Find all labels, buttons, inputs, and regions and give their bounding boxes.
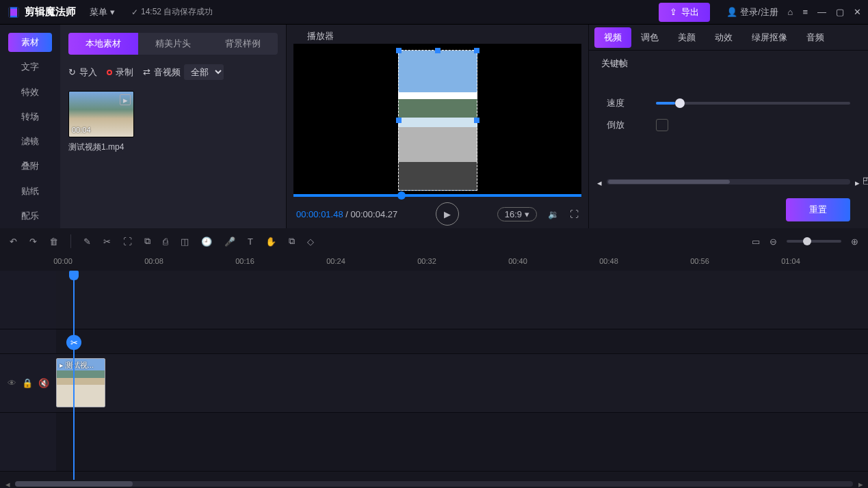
tab-local[interactable]: 本地素材 bbox=[68, 33, 138, 55]
mic-icon[interactable]: 🎤 bbox=[224, 236, 235, 247]
zoom-out-icon[interactable]: ⊖ bbox=[770, 236, 777, 247]
resize-handle[interactable] bbox=[474, 118, 479, 123]
export-button[interactable]: ⇪ 导出 bbox=[659, 3, 710, 22]
timeline-clip[interactable]: ▸ 测试视... bbox=[56, 358, 105, 407]
volume-icon[interactable]: 🔉 bbox=[548, 209, 559, 219]
hand-icon[interactable]: ✋ bbox=[265, 236, 276, 247]
cut-icon[interactable]: ✂ bbox=[103, 236, 111, 247]
tab-beauty[interactable]: 美颜 bbox=[668, 27, 705, 48]
nav-effects[interactable]: 特效 bbox=[8, 83, 52, 102]
nav-overlay[interactable]: 叠附 bbox=[8, 157, 52, 176]
cut-marker[interactable]: ✂ bbox=[66, 335, 81, 350]
clock-icon[interactable]: 🕘 bbox=[201, 236, 212, 247]
player-scrubber[interactable] bbox=[293, 194, 581, 197]
tab-motion[interactable]: 动效 bbox=[705, 27, 742, 48]
reset-button[interactable]: 重置 bbox=[786, 198, 850, 221]
reverse-checkbox[interactable] bbox=[656, 119, 668, 131]
track-lane[interactable] bbox=[56, 413, 868, 471]
tab-video[interactable]: 视频 bbox=[594, 27, 631, 48]
tab-audio[interactable]: 音频 bbox=[797, 27, 834, 48]
scroll-left-icon[interactable]: ◂ bbox=[597, 178, 602, 188]
track-lane[interactable] bbox=[56, 271, 868, 329]
minimize-icon[interactable]: — bbox=[817, 7, 826, 17]
record-button[interactable]: 录制 bbox=[107, 66, 133, 79]
media-item[interactable]: ▸ 00:04 测试视频1.mp4 bbox=[68, 91, 134, 153]
resize-handle[interactable] bbox=[396, 48, 402, 53]
text-icon[interactable]: T bbox=[248, 236, 253, 247]
track-row bbox=[0, 413, 868, 472]
import-button[interactable]: ↻ 导入 bbox=[68, 66, 97, 79]
playhead-handle[interactable] bbox=[69, 271, 79, 280]
ruler-tick: 00:08 bbox=[133, 257, 174, 265]
timeline-body[interactable]: ✂ 👁 🔒 🔇 ▸ 测试 bbox=[0, 271, 868, 480]
copy-icon[interactable]: ⧉ bbox=[289, 236, 295, 247]
crop-icon[interactable]: ◰ bbox=[863, 175, 868, 185]
scrollbar-thumb[interactable] bbox=[608, 180, 730, 184]
home-icon[interactable]: ⌂ bbox=[788, 7, 793, 17]
nav-transition[interactable]: 转场 bbox=[8, 107, 52, 126]
clip-icon: ▸ bbox=[60, 361, 64, 370]
login-button[interactable]: 👤 登录/注册 bbox=[726, 6, 778, 18]
scroll-right-icon[interactable]: ▸ bbox=[855, 178, 860, 188]
speed-slider[interactable] bbox=[656, 102, 850, 105]
playhead-line[interactable] bbox=[73, 271, 75, 480]
play-button[interactable]: ▶ bbox=[436, 202, 459, 226]
filter-select[interactable]: 全部 bbox=[184, 64, 224, 80]
player-frame[interactable] bbox=[398, 50, 477, 191]
fullscreen-icon[interactable]: ⛶ bbox=[570, 209, 579, 219]
zoom-in-icon[interactable]: ⊕ bbox=[851, 236, 858, 247]
edit-icon[interactable]: ✎ bbox=[83, 236, 91, 247]
aspect-ratio-select[interactable]: 16:9 ▾ bbox=[497, 207, 537, 221]
maximize-icon[interactable]: ▢ bbox=[836, 7, 844, 17]
scrollbar-track[interactable] bbox=[15, 481, 853, 487]
crop-icon[interactable]: ⛶ bbox=[123, 236, 132, 247]
tab-label: 精美片头 bbox=[155, 38, 191, 50]
snapshot-icon[interactable]: ⎙ bbox=[163, 236, 168, 247]
nav-sticker[interactable]: 贴纸 bbox=[8, 182, 52, 201]
nav-filter[interactable]: 滤镜 bbox=[8, 132, 52, 151]
stats-icon[interactable]: ◫ bbox=[181, 236, 189, 247]
mute-icon[interactable]: 🔇 bbox=[38, 378, 49, 388]
av-filter-dropdown[interactable]: ⇄ 音视频 全部 bbox=[143, 64, 224, 80]
nav-material[interactable]: 素材 bbox=[8, 33, 52, 52]
track-lane[interactable]: ▸ 测试视... bbox=[56, 354, 868, 412]
tab-color[interactable]: 调色 bbox=[631, 27, 668, 48]
track-lane[interactable] bbox=[56, 329, 868, 353]
login-label: 登录/注册 bbox=[740, 6, 778, 18]
redo-icon[interactable]: ↷ bbox=[29, 236, 37, 247]
split-icon[interactable]: ⧉ bbox=[144, 236, 150, 247]
tab-background[interactable]: 背景样例 bbox=[208, 33, 278, 55]
timeline-ruler[interactable]: 00:0000:0800:1600:2400:3200:4000:4800:56… bbox=[0, 254, 868, 271]
scrubber-thumb[interactable] bbox=[397, 191, 406, 200]
scroll-right-icon[interactable]: ▸ bbox=[856, 479, 865, 488]
delete-icon[interactable]: 🗑 bbox=[49, 236, 58, 247]
tab-intro[interactable]: 精美片头 bbox=[138, 33, 208, 55]
player-viewport[interactable] bbox=[293, 44, 581, 197]
tab-greenscreen[interactable]: 绿屏抠像 bbox=[742, 27, 797, 48]
close-icon[interactable]: ✕ bbox=[854, 7, 861, 17]
export-label: 导出 bbox=[681, 6, 699, 18]
media-thumbnail[interactable]: ▸ 00:04 bbox=[68, 91, 134, 137]
fit-icon[interactable]: ▭ bbox=[752, 236, 760, 247]
hamburger-icon[interactable]: ≡ bbox=[802, 7, 808, 17]
props-scrollbar[interactable]: ◂ ▸ ◰ bbox=[607, 179, 850, 185]
props-subsection[interactable]: 关键帧 bbox=[589, 51, 868, 77]
diamond-icon[interactable]: ◇ bbox=[307, 236, 314, 247]
zoom-slider[interactable] bbox=[787, 240, 841, 243]
tab-label: 音频 bbox=[806, 32, 824, 42]
resize-handle[interactable] bbox=[474, 48, 479, 53]
nav-music[interactable]: 配乐 bbox=[8, 206, 52, 226]
resize-handle[interactable] bbox=[396, 118, 402, 123]
undo-icon[interactable]: ↶ bbox=[10, 236, 17, 247]
zoom-thumb[interactable] bbox=[803, 237, 811, 245]
eye-icon[interactable]: 👁 bbox=[8, 378, 16, 388]
timeline-scrollbar[interactable]: ◂ ▸ bbox=[0, 480, 868, 488]
slider-thumb[interactable] bbox=[675, 98, 685, 108]
lock-icon[interactable]: 🔒 bbox=[22, 378, 33, 388]
nav-text[interactable]: 文字 bbox=[8, 57, 52, 77]
scroll-left-icon[interactable]: ◂ bbox=[3, 479, 12, 488]
scrollbar-thumb[interactable] bbox=[15, 481, 133, 487]
tab-label: 视频 bbox=[604, 32, 622, 42]
resize-handle[interactable] bbox=[435, 48, 440, 53]
menu-dropdown[interactable]: 菜单 ▾ bbox=[90, 6, 115, 18]
